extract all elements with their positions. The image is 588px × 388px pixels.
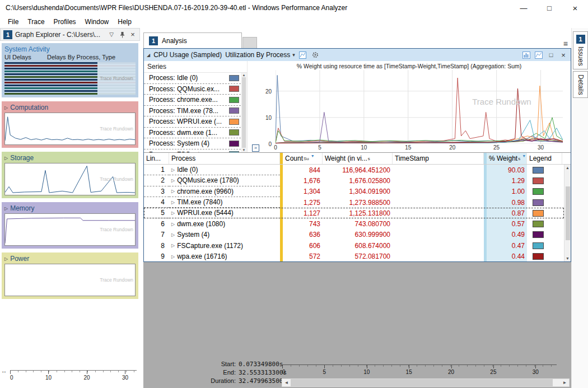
row-expander-icon[interactable]: ▷ [171,200,175,205]
table-row[interactable]: 4▷TIM.exe (7840)1,2751,273.9885000.98 [144,197,564,208]
timeline-tick [535,365,536,368]
section-system-activity[interactable]: System Activity UI Delays Delays By Proc… [2,43,138,97]
cell-pct-weight: 1.29 [487,175,527,186]
series-row[interactable]: Process: QQMusic.ex... [144,84,241,95]
expand-legend-button[interactable]: » [252,144,259,152]
expander-icon[interactable]: ▷ [4,256,8,261]
series-color-chip [229,107,239,114]
legend-chip [533,167,544,174]
column-header-line[interactable]: Lin... [144,153,169,164]
column-header-weight[interactable]: Weight (in vi...s [323,153,393,164]
line-graph-mode-icon[interactable] [534,50,543,59]
column-header-count[interactable]: CountSu▼ [283,153,323,164]
row-expander-icon[interactable]: ▷ [171,243,175,248]
table-row[interactable]: 3▷chrome.exe (9960)1,3041,304.0919001.00 [144,186,564,197]
close-panel-icon[interactable]: × [559,50,568,59]
horizontal-scrollbar-thumb[interactable] [291,379,553,386]
table-scroll-up-icon[interactable]: ▲ [566,166,570,170]
analysis-tab-label: Analysis [162,37,187,45]
row-expander-icon[interactable]: ▷ [171,222,175,227]
new-tab-stub[interactable] [242,37,257,48]
close-button[interactable]: × [562,0,588,16]
expander-icon[interactable]: ▷ [4,156,8,161]
row-expander-icon[interactable]: ▷ [171,211,175,216]
horizontal-scrollbar[interactable]: ◄ ► [282,378,570,387]
series-row[interactable]: Process: dwm.exe (1... [144,128,241,139]
tab-analysis[interactable]: 1 Analysis [143,32,242,48]
row-expander-icon[interactable]: ▷ [171,232,175,237]
process-name: WPRUI.exe (5444) [177,209,234,217]
maximize-button[interactable]: □ [536,0,562,16]
scroll-left-icon[interactable]: ◄ [282,380,291,385]
series-row[interactable]: Process: WPRUI.exe (... [144,116,241,128]
series-row[interactable]: Process: FSCapture.e... [144,149,241,153]
section-power[interactable]: ▷Power Trace Rundown [2,253,138,299]
column-header-pct-weight[interactable]: % Weights▼ [487,153,527,164]
legend-chip [533,199,544,206]
x-axis-label: 25 [493,144,500,151]
storage-title: Storage [10,154,34,162]
table-scroll-down-icon[interactable]: ▼ [566,256,570,260]
chart-plot[interactable]: Trace Rundown [276,70,563,144]
analysis-view: 1 Analysis ≡ ◢ CPU Usage (Sampled) Utili… [143,28,571,388]
scroll-right-icon[interactable]: ► [561,380,569,385]
gear-icon[interactable] [311,50,320,59]
expander-icon[interactable]: ▷ [4,105,8,110]
column-header-process[interactable]: Process [169,153,280,164]
table-row[interactable]: 2▷QQMusic.exe (1780)1,6761,676.0258001.2… [144,175,564,186]
table-row[interactable]: 8▷FSCapture.exe (1172)606608.6740000.47 [144,240,564,251]
close-explorer-icon[interactable]: × [129,30,137,39]
scroll-up-icon[interactable]: ▲ [242,73,246,77]
series-scrollbar[interactable]: ▲ ▼ [241,73,247,152]
section-memory[interactable]: ▷Memory Trace Rundown [2,202,138,249]
series-row[interactable]: Process: TIM.exe (78... [144,106,241,117]
view-preset-selector[interactable]: Utilization By Process ▾ [225,51,295,59]
bar-graph-mode-icon[interactable] [522,50,531,59]
table-row[interactable]: 5▷WPRUI.exe (5444)1,1271,125.1318000.87 [144,208,564,218]
series-color-chip [229,151,239,152]
table-row[interactable]: 1▷Idle (0)844116,964.45120090.03 [144,165,564,175]
column-header-legend[interactable]: Legend [527,153,562,164]
series-row[interactable]: Process: System (4) [144,138,241,149]
row-expander-icon[interactable]: ▷ [171,178,175,183]
maximize-panel-icon[interactable]: □ [547,50,556,59]
menu-window[interactable]: Window [81,16,114,27]
menu-help[interactable]: Help [113,16,136,27]
series-label: Process: TIM.exe (78... [149,107,229,115]
menu-profiles[interactable]: Profiles [49,16,81,27]
open-graph-icon[interactable] [298,50,307,59]
tab-details[interactable]: Details [573,71,588,99]
menu-file[interactable]: File [3,16,23,27]
power-chart: Trace Rundown [4,264,136,296]
pin-icon[interactable] [118,31,126,38]
issues-label: Issues [577,46,585,66]
series-row[interactable]: Process: chrome.exe... [144,95,241,106]
cell-pct-weight: 0.44 [487,251,527,261]
cell-count: 572 [283,251,323,261]
table-scrollbar-thumb[interactable] [566,186,570,240]
filter-icon[interactable]: ▽ [108,31,115,38]
menu-trace[interactable]: Trace [23,16,49,27]
row-expander-icon[interactable]: ▷ [171,167,175,172]
table-row[interactable]: 9▷wpa.exe (16716)572572.0817000.44 [144,251,564,261]
collapse-panel-icon[interactable]: ◢ [147,53,150,58]
expander-icon[interactable]: ▷ [4,206,8,211]
series-list: Process: Idle (0)Process: QQMusic.ex...P… [144,73,241,152]
section-storage[interactable]: ▷Storage Trace Rundown [2,152,138,198]
row-expander-icon[interactable]: ▷ [171,254,175,259]
view-options-icon[interactable]: ≡ [563,39,568,48]
section-computation[interactable]: ▷Computation Trace Rundown [2,101,138,148]
table-row[interactable]: 6▷dwm.exe (1080)743743.0807000.57 [144,218,564,229]
timeline-minor-ticks [282,365,557,367]
series-row[interactable]: Process: Idle (0) [144,73,241,84]
table-scrollbar[interactable]: ▲ ▼ [564,165,571,261]
tab-issues[interactable]: 1 Issues [573,31,588,69]
zoom-fit-icon[interactable]: ↔ [1,367,9,386]
series-scrollbar-thumb[interactable] [242,77,246,148]
column-header-timestamp[interactable]: TimeStamp [393,153,484,164]
table-row[interactable]: 7▷System (4)636630.9999000.49 [144,230,564,240]
scroll-down-icon[interactable]: ▼ [242,148,246,152]
minimize-button[interactable]: — [511,0,536,16]
cell-weight: 1,676.025800 [323,175,393,186]
row-expander-icon[interactable]: ▷ [171,189,175,194]
